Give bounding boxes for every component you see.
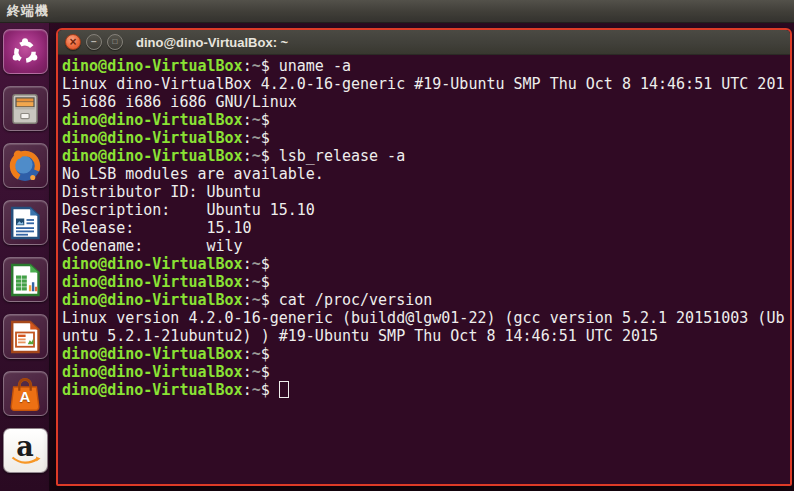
terminal-text: $ <box>261 291 279 309</box>
maximize-icon: □ <box>113 38 118 46</box>
launcher-item-libreoffice-impress[interactable] <box>3 314 48 359</box>
terminal-text: ~ <box>252 129 261 147</box>
close-button[interactable]: × <box>65 34 81 50</box>
terminal-text: uname -a <box>279 57 351 75</box>
terminal-line: dino@dino-VirtualBox:~$ <box>62 129 790 147</box>
terminal-line: dino@dino-VirtualBox:~$ lsb_release -a <box>62 147 790 165</box>
terminal-text: dino@dino-VirtualBox <box>62 291 243 309</box>
terminal-text: $ <box>261 129 279 147</box>
window-titlebar[interactable]: × − □ dino@dino-VirtualBox: ~ <box>58 30 790 55</box>
terminal-text: Codename: wily <box>62 237 243 255</box>
terminal-line: Description: Ubuntu 15.10 <box>62 201 790 219</box>
launcher-item-firefox[interactable] <box>3 143 48 188</box>
terminal-text: : <box>243 129 252 147</box>
terminal-line: dino@dino-VirtualBox:~$ <box>62 111 790 129</box>
terminal-text: ~ <box>252 291 261 309</box>
terminal-line: Release: 15.10 <box>62 219 790 237</box>
terminal-text: Linux version 4.2.0-16-generic (buildd@l… <box>62 309 784 327</box>
terminal-text: dino@dino-VirtualBox <box>62 345 243 363</box>
terminal-text: dino@dino-VirtualBox <box>62 147 243 165</box>
terminal-text: : <box>243 345 252 363</box>
terminal-line: dino@dino-VirtualBox:~$ <box>62 255 790 273</box>
terminal-text: Description: Ubuntu 15.10 <box>62 201 315 219</box>
terminal-text: ~ <box>252 381 261 399</box>
launcher-item-dash-home[interactable] <box>3 29 48 74</box>
amazon-smile-icon <box>11 456 41 465</box>
terminal-line: No LSB modules are available. <box>62 165 790 183</box>
terminal-text: : <box>243 57 252 75</box>
libreoffice-calc-icon <box>7 262 43 298</box>
terminal-text: $ <box>261 363 279 381</box>
terminal-cursor <box>279 381 289 398</box>
launcher-item-amazon[interactable]: a <box>3 428 48 473</box>
terminal-line: Linux dino-VirtualBox 4.2.0-16-generic #… <box>62 75 790 93</box>
file-cabinet-icon <box>7 91 43 127</box>
terminal-text: $ <box>261 255 279 273</box>
terminal-text: $ <box>261 381 279 399</box>
terminal-text: ~ <box>252 363 261 381</box>
terminal-text: : <box>243 381 252 399</box>
terminal-line: dino@dino-VirtualBox:~$ <box>62 345 790 363</box>
terminal-line: untu 5.2.1-21ubuntu2) ) #19-Ubuntu SMP T… <box>62 327 790 345</box>
launcher-item-file-manager[interactable] <box>3 86 48 131</box>
terminal-text: Linux dino-VirtualBox 4.2.0-16-generic #… <box>62 75 784 93</box>
terminal-text: untu 5.2.1-21ubuntu2) ) #19-Ubuntu SMP T… <box>62 327 658 345</box>
terminal-line: 5 i686 i686 i686 GNU/Linux <box>62 93 790 111</box>
terminal-line: dino@dino-VirtualBox:~$ uname -a <box>62 57 790 75</box>
terminal-line: dino@dino-VirtualBox:~$ <box>62 273 790 291</box>
terminal-line: dino@dino-VirtualBox:~$ cat /proc/versio… <box>62 291 790 309</box>
terminal-text: dino@dino-VirtualBox <box>62 273 243 291</box>
terminal-text: 5 i686 i686 i686 GNU/Linux <box>62 93 297 111</box>
minimize-icon: − <box>91 37 97 47</box>
terminal-text: ~ <box>252 255 261 273</box>
terminal-line: dino@dino-VirtualBox:~$ <box>62 381 790 399</box>
libreoffice-writer-icon <box>7 205 43 241</box>
firefox-icon <box>6 147 44 185</box>
terminal-text: dino@dino-VirtualBox <box>62 111 243 129</box>
terminal-text: ~ <box>252 345 261 363</box>
libreoffice-impress-icon <box>7 319 43 355</box>
terminal-text: cat /proc/version <box>279 291 433 309</box>
close-icon: × <box>69 37 76 48</box>
desktop: { "panel": { "title": "終端機" }, "launcher… <box>0 0 794 491</box>
terminal-text: $ <box>261 147 279 165</box>
terminal-text: dino@dino-VirtualBox <box>62 129 243 147</box>
terminal-text: ~ <box>252 273 261 291</box>
terminal-text: : <box>243 111 252 129</box>
terminal-text: : <box>243 255 252 273</box>
terminal-line: Distributor ID: Ubuntu <box>62 183 790 201</box>
top-panel: 終端機 <box>0 0 794 23</box>
launcher-item-libreoffice-writer[interactable] <box>3 200 48 245</box>
terminal-text: ~ <box>252 111 261 129</box>
terminal-text: $ <box>261 345 279 363</box>
terminal-text: lsb_release -a <box>279 147 405 165</box>
terminal-text: : <box>243 291 252 309</box>
launcher-item-ubuntu-software[interactable]: A <box>3 371 48 416</box>
terminal-line: Linux version 4.2.0-16-generic (buildd@l… <box>62 309 790 327</box>
terminal-text: $ <box>261 111 279 129</box>
terminal-text: Release: 15.10 <box>62 219 252 237</box>
terminal-text: No LSB modules are available. <box>62 165 324 183</box>
terminal-text: ~ <box>252 57 261 75</box>
ubuntu-logo-icon <box>8 35 42 69</box>
terminal-text: $ <box>261 57 279 75</box>
minimize-button[interactable]: − <box>86 34 102 50</box>
terminal-text: dino@dino-VirtualBox <box>62 363 243 381</box>
terminal-text: dino@dino-VirtualBox <box>62 57 243 75</box>
active-app-title: 終端機 <box>7 2 49 20</box>
terminal-text: : <box>243 273 252 291</box>
terminal-content[interactable]: dino@dino-VirtualBox:~$ uname -aLinux di… <box>58 55 790 484</box>
terminal-text: $ <box>261 273 279 291</box>
terminal-window: × − □ dino@dino-VirtualBox: ~ dino@dino-… <box>56 28 792 486</box>
terminal-line: dino@dino-VirtualBox:~$ <box>62 363 790 381</box>
unity-launcher: A a <box>0 23 50 491</box>
launcher-item-libreoffice-calc[interactable] <box>3 257 48 302</box>
maximize-button[interactable]: □ <box>107 34 123 50</box>
terminal-line: Codename: wily <box>62 237 790 255</box>
ubuntu-software-letter: A <box>4 388 47 405</box>
terminal-text: Distributor ID: Ubuntu <box>62 183 261 201</box>
terminal-text: : <box>243 147 252 165</box>
terminal-text: ~ <box>252 147 261 165</box>
terminal-text: : <box>243 363 252 381</box>
terminal-text: dino@dino-VirtualBox <box>62 255 243 273</box>
